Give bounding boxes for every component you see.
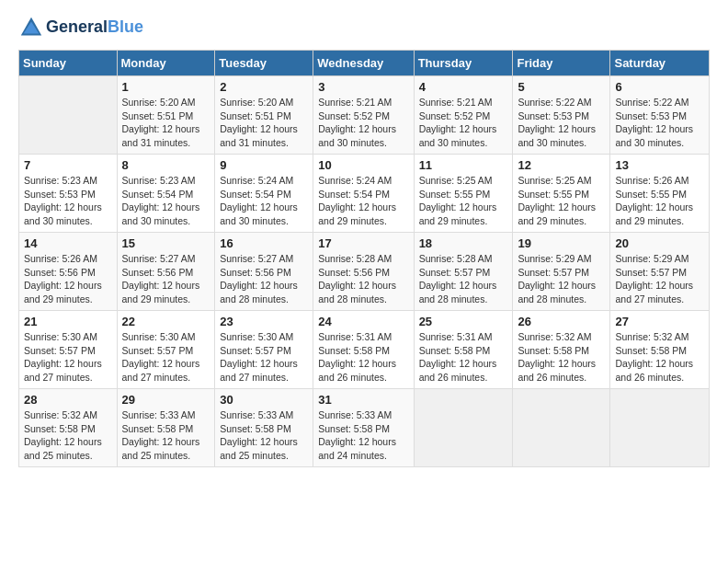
logo-text: GeneralBlue (46, 18, 143, 37)
weekday-header-wednesday: Wednesday (313, 51, 414, 76)
day-info: Sunrise: 5:25 AMSunset: 5:55 PMDaylight:… (419, 174, 508, 228)
day-number: 28 (24, 393, 112, 407)
day-number: 10 (318, 158, 408, 172)
day-cell: 17Sunrise: 5:28 AMSunset: 5:56 PMDayligh… (313, 233, 414, 311)
day-cell: 13Sunrise: 5:26 AMSunset: 5:55 PMDayligh… (610, 155, 710, 233)
day-cell: 10Sunrise: 5:24 AMSunset: 5:54 PMDayligh… (313, 155, 414, 233)
day-number: 8 (122, 158, 210, 172)
day-cell: 5Sunrise: 5:22 AMSunset: 5:53 PMDaylight… (513, 76, 610, 155)
day-number: 24 (318, 315, 408, 328)
day-cell: 20Sunrise: 5:29 AMSunset: 5:57 PMDayligh… (610, 233, 710, 311)
day-info: Sunrise: 5:27 AMSunset: 5:56 PMDaylight:… (122, 252, 210, 306)
weekday-header-sunday: Sunday (19, 51, 118, 76)
day-info: Sunrise: 5:25 AMSunset: 5:55 PMDaylight:… (518, 174, 605, 228)
day-info: Sunrise: 5:31 AMSunset: 5:58 PMDaylight:… (419, 330, 508, 385)
day-number: 27 (615, 315, 704, 328)
day-cell: 14Sunrise: 5:26 AMSunset: 5:56 PMDayligh… (19, 233, 118, 311)
day-number: 13 (615, 158, 704, 172)
weekday-header-saturday: Saturday (610, 51, 710, 76)
calendar-table: SundayMondayTuesdayWednesdayThursdayFrid… (18, 50, 710, 467)
day-number: 12 (518, 158, 605, 172)
day-cell: 29Sunrise: 5:33 AMSunset: 5:58 PMDayligh… (117, 389, 215, 467)
day-cell: 22Sunrise: 5:30 AMSunset: 5:57 PMDayligh… (117, 311, 215, 389)
day-cell (610, 389, 710, 467)
day-number: 7 (24, 158, 112, 172)
calendar-body: 1Sunrise: 5:20 AMSunset: 5:51 PMDaylight… (19, 76, 710, 467)
day-number: 2 (220, 80, 308, 94)
day-cell: 16Sunrise: 5:27 AMSunset: 5:56 PMDayligh… (215, 233, 313, 311)
day-cell: 26Sunrise: 5:32 AMSunset: 5:58 PMDayligh… (513, 311, 610, 389)
day-cell: 15Sunrise: 5:27 AMSunset: 5:56 PMDayligh… (117, 233, 215, 311)
day-number: 16 (220, 236, 308, 250)
day-info: Sunrise: 5:20 AMSunset: 5:51 PMDaylight:… (220, 96, 308, 150)
day-number: 18 (419, 236, 508, 250)
day-info: Sunrise: 5:31 AMSunset: 5:58 PMDaylight:… (318, 330, 408, 385)
day-info: Sunrise: 5:23 AMSunset: 5:54 PMDaylight:… (122, 174, 210, 228)
day-info: Sunrise: 5:32 AMSunset: 5:58 PMDaylight:… (24, 408, 112, 463)
header: GeneralBlue (18, 15, 710, 40)
day-number: 3 (318, 80, 408, 94)
day-info: Sunrise: 5:21 AMSunset: 5:52 PMDaylight:… (419, 96, 508, 150)
day-cell (414, 389, 513, 467)
day-cell (19, 76, 118, 155)
day-cell: 21Sunrise: 5:30 AMSunset: 5:57 PMDayligh… (19, 311, 118, 389)
day-cell: 25Sunrise: 5:31 AMSunset: 5:58 PMDayligh… (414, 311, 513, 389)
logo-general: General (46, 17, 108, 36)
day-number: 22 (122, 315, 210, 328)
day-info: Sunrise: 5:22 AMSunset: 5:53 PMDaylight:… (518, 96, 605, 150)
day-cell: 8Sunrise: 5:23 AMSunset: 5:54 PMDaylight… (117, 155, 215, 233)
day-info: Sunrise: 5:29 AMSunset: 5:57 PMDaylight:… (518, 252, 605, 306)
week-row-0: 1Sunrise: 5:20 AMSunset: 5:51 PMDaylight… (19, 76, 710, 155)
day-number: 17 (318, 236, 408, 250)
day-info: Sunrise: 5:33 AMSunset: 5:58 PMDaylight:… (318, 408, 408, 463)
day-number: 15 (122, 236, 210, 250)
day-cell: 9Sunrise: 5:24 AMSunset: 5:54 PMDaylight… (215, 155, 313, 233)
weekday-header-tuesday: Tuesday (215, 51, 313, 76)
day-cell: 30Sunrise: 5:33 AMSunset: 5:58 PMDayligh… (215, 389, 313, 467)
weekday-header-monday: Monday (117, 51, 215, 76)
day-cell: 28Sunrise: 5:32 AMSunset: 5:58 PMDayligh… (19, 389, 118, 467)
day-info: Sunrise: 5:26 AMSunset: 5:55 PMDaylight:… (615, 174, 704, 228)
day-info: Sunrise: 5:29 AMSunset: 5:57 PMDaylight:… (615, 252, 704, 306)
day-number: 25 (419, 315, 508, 328)
logo: GeneralBlue (18, 15, 143, 40)
day-info: Sunrise: 5:20 AMSunset: 5:51 PMDaylight:… (122, 96, 210, 150)
logo-icon (18, 15, 44, 40)
day-cell (513, 389, 610, 467)
day-number: 11 (419, 158, 508, 172)
day-number: 30 (220, 393, 308, 407)
day-number: 1 (122, 80, 210, 94)
calendar-header: SundayMondayTuesdayWednesdayThursdayFrid… (19, 51, 710, 76)
day-info: Sunrise: 5:24 AMSunset: 5:54 PMDaylight:… (220, 174, 308, 228)
day-info: Sunrise: 5:27 AMSunset: 5:56 PMDaylight:… (220, 252, 308, 306)
week-row-2: 14Sunrise: 5:26 AMSunset: 5:56 PMDayligh… (19, 233, 710, 311)
day-cell: 31Sunrise: 5:33 AMSunset: 5:58 PMDayligh… (313, 389, 414, 467)
day-info: Sunrise: 5:30 AMSunset: 5:57 PMDaylight:… (122, 330, 210, 385)
day-cell: 6Sunrise: 5:22 AMSunset: 5:53 PMDaylight… (610, 76, 710, 155)
day-cell: 3Sunrise: 5:21 AMSunset: 5:52 PMDaylight… (313, 76, 414, 155)
day-number: 4 (419, 80, 508, 94)
day-cell: 4Sunrise: 5:21 AMSunset: 5:52 PMDaylight… (414, 76, 513, 155)
day-number: 5 (518, 80, 605, 94)
day-cell: 24Sunrise: 5:31 AMSunset: 5:58 PMDayligh… (313, 311, 414, 389)
day-info: Sunrise: 5:28 AMSunset: 5:57 PMDaylight:… (419, 252, 508, 306)
day-info: Sunrise: 5:26 AMSunset: 5:56 PMDaylight:… (24, 252, 112, 306)
day-info: Sunrise: 5:30 AMSunset: 5:57 PMDaylight:… (24, 330, 112, 385)
day-info: Sunrise: 5:32 AMSunset: 5:58 PMDaylight:… (518, 330, 605, 385)
day-number: 19 (518, 236, 605, 250)
weekday-header-thursday: Thursday (414, 51, 513, 76)
day-info: Sunrise: 5:33 AMSunset: 5:58 PMDaylight:… (122, 408, 210, 463)
week-row-1: 7Sunrise: 5:23 AMSunset: 5:53 PMDaylight… (19, 155, 710, 233)
day-number: 14 (24, 236, 112, 250)
day-cell: 12Sunrise: 5:25 AMSunset: 5:55 PMDayligh… (513, 155, 610, 233)
day-number: 31 (318, 393, 408, 407)
day-cell: 7Sunrise: 5:23 AMSunset: 5:53 PMDaylight… (19, 155, 118, 233)
day-cell: 23Sunrise: 5:30 AMSunset: 5:57 PMDayligh… (215, 311, 313, 389)
day-cell: 27Sunrise: 5:32 AMSunset: 5:58 PMDayligh… (610, 311, 710, 389)
week-row-4: 28Sunrise: 5:32 AMSunset: 5:58 PMDayligh… (19, 389, 710, 467)
day-info: Sunrise: 5:33 AMSunset: 5:58 PMDaylight:… (220, 408, 308, 463)
day-info: Sunrise: 5:23 AMSunset: 5:53 PMDaylight:… (24, 174, 112, 228)
day-cell: 2Sunrise: 5:20 AMSunset: 5:51 PMDaylight… (215, 76, 313, 155)
day-cell: 1Sunrise: 5:20 AMSunset: 5:51 PMDaylight… (117, 76, 215, 155)
day-info: Sunrise: 5:28 AMSunset: 5:56 PMDaylight:… (318, 252, 408, 306)
